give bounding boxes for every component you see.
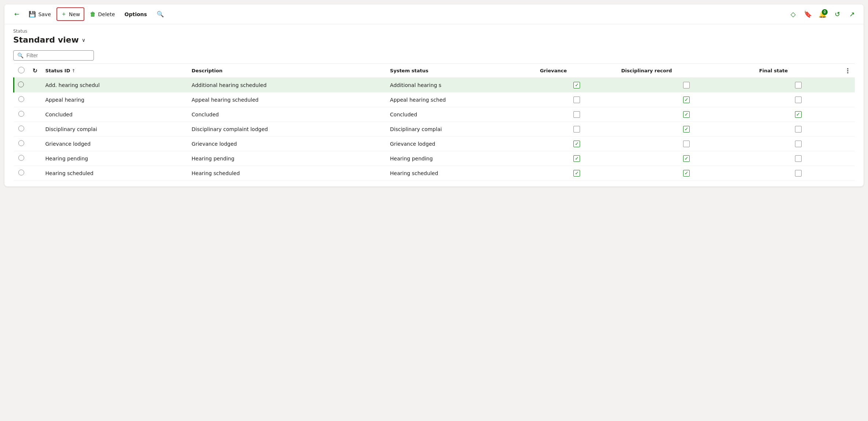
row-select-cell[interactable] [14, 107, 29, 122]
table-row[interactable]: Hearing scheduledHearing scheduledHearin… [14, 166, 855, 181]
checkmark-icon: ✓ [685, 112, 689, 117]
row-radio[interactable] [18, 170, 24, 175]
bookmark-icon-button[interactable]: 🔖 [802, 8, 814, 20]
row-disciplinary-record[interactable] [617, 137, 755, 151]
checkbox[interactable] [795, 82, 802, 88]
checkbox[interactable] [683, 82, 690, 88]
table-row[interactable]: Grievance lodgedGrievance lodgedGrievanc… [14, 137, 855, 151]
row-select-cell[interactable] [14, 137, 29, 151]
row-grievance[interactable]: ✓ [536, 78, 618, 92]
checkbox[interactable]: ✓ [683, 97, 690, 103]
row-system-status: Hearing scheduled [386, 166, 536, 181]
checkbox[interactable] [573, 126, 580, 133]
col-header-final-state[interactable]: Final state [755, 64, 841, 78]
row-final-state[interactable] [755, 78, 841, 92]
checkbox[interactable] [795, 170, 802, 177]
table-row[interactable]: ConcludedConcludedConcluded✓✓ [14, 107, 855, 122]
row-select-cell[interactable] [14, 122, 29, 137]
refresh-rows-icon: ↻ [33, 67, 37, 74]
checkbox[interactable] [795, 155, 802, 162]
row-more-cell [841, 137, 855, 151]
row-final-state[interactable] [755, 137, 841, 151]
row-final-state[interactable] [755, 122, 841, 137]
row-disciplinary-record[interactable]: ✓ [617, 151, 755, 166]
checkbox[interactable]: ✓ [683, 126, 690, 133]
notification-button[interactable]: 🔔 0 [817, 8, 828, 20]
chevron-down-icon[interactable]: ∨ [82, 37, 85, 43]
row-disciplinary-record[interactable]: ✓ [617, 122, 755, 137]
table-row[interactable]: Appeal hearingAppeal hearing scheduledAp… [14, 92, 855, 107]
checkbox[interactable]: ✓ [573, 155, 580, 162]
row-grievance[interactable]: ✓ [536, 151, 618, 166]
row-radio[interactable] [18, 126, 24, 131]
row-grievance[interactable] [536, 122, 618, 137]
row-grievance[interactable]: ✓ [536, 166, 618, 181]
back-button[interactable]: ← [10, 8, 23, 20]
options-button[interactable]: Options [120, 9, 151, 20]
checkbox[interactable]: ✓ [683, 170, 690, 177]
checkbox[interactable] [795, 126, 802, 133]
row-radio[interactable] [18, 155, 24, 161]
row-disciplinary-record[interactable]: ✓ [617, 166, 755, 181]
checkbox[interactable] [795, 97, 802, 103]
page-title: Standard view [13, 35, 79, 44]
save-button[interactable]: 💾 Save [25, 8, 55, 20]
table-body: Add. hearing schedulAdditional hearing s… [14, 78, 855, 181]
row-refresh-cell [29, 78, 42, 92]
row-status-id: Disciplinary complai [42, 122, 188, 137]
col-refresh[interactable]: ↻ [29, 64, 42, 78]
table-row[interactable]: Hearing pendingHearing pendingHearing pe… [14, 151, 855, 166]
row-more-cell [841, 107, 855, 122]
row-disciplinary-record[interactable]: ✓ [617, 107, 755, 122]
delete-button[interactable]: 🗑 Delete [86, 8, 119, 20]
new-button[interactable]: ＋ New [56, 7, 85, 21]
row-radio[interactable] [18, 140, 24, 146]
col-header-status-id[interactable]: Status ID ↑ [42, 64, 188, 78]
export-button[interactable]: ↗ [846, 8, 858, 20]
checkbox[interactable] [683, 141, 690, 147]
col-more[interactable]: ⋮ [841, 64, 855, 78]
row-final-state[interactable]: ✓ [755, 107, 841, 122]
row-select-cell[interactable] [14, 166, 29, 181]
checkbox[interactable]: ✓ [795, 111, 802, 118]
table-header-row: ↻ Status ID ↑ Description System status [14, 64, 855, 78]
row-system-status: Appeal hearing sched [386, 92, 536, 107]
checkbox[interactable]: ✓ [573, 170, 580, 177]
filter-input[interactable] [26, 52, 90, 58]
checkbox[interactable]: ✓ [683, 111, 690, 118]
row-final-state[interactable] [755, 151, 841, 166]
checkbox[interactable]: ✓ [573, 82, 580, 88]
row-description: Grievance lodged [188, 137, 386, 151]
checkbox[interactable] [795, 141, 802, 147]
diamond-icon-button[interactable]: ◇ [787, 8, 799, 20]
search-button[interactable]: 🔍 [153, 8, 168, 20]
row-description: Disciplinary complaint lodged [188, 122, 386, 137]
page-status-label: Status [13, 29, 855, 34]
checkbox[interactable]: ✓ [573, 141, 580, 147]
table-row[interactable]: Add. hearing schedulAdditional hearing s… [14, 78, 855, 92]
row-grievance[interactable]: ✓ [536, 137, 618, 151]
row-disciplinary-record[interactable] [617, 78, 755, 92]
save-icon: 💾 [29, 11, 36, 18]
row-select-cell[interactable] [14, 78, 29, 92]
col-header-grievance[interactable]: Grievance [536, 64, 618, 78]
row-radio[interactable] [18, 111, 24, 117]
col-header-disciplinary-record[interactable]: Disciplinary record [617, 64, 755, 78]
checkbox[interactable] [573, 97, 580, 103]
table-row[interactable]: Disciplinary complaiDisciplinary complai… [14, 122, 855, 137]
row-final-state[interactable] [755, 92, 841, 107]
row-disciplinary-record[interactable]: ✓ [617, 92, 755, 107]
col-header-system-status[interactable]: System status [386, 64, 536, 78]
row-final-state[interactable] [755, 166, 841, 181]
row-radio[interactable] [18, 96, 24, 102]
col-header-description[interactable]: Description [188, 64, 386, 78]
row-select-cell[interactable] [14, 151, 29, 166]
checkbox[interactable]: ✓ [683, 155, 690, 162]
row-grievance[interactable] [536, 92, 618, 107]
row-grievance[interactable] [536, 107, 618, 122]
col-select-all[interactable] [14, 64, 29, 78]
refresh-button[interactable]: ↺ [831, 8, 843, 20]
row-radio[interactable] [18, 81, 24, 87]
row-select-cell[interactable] [14, 92, 29, 107]
checkbox[interactable] [573, 111, 580, 118]
